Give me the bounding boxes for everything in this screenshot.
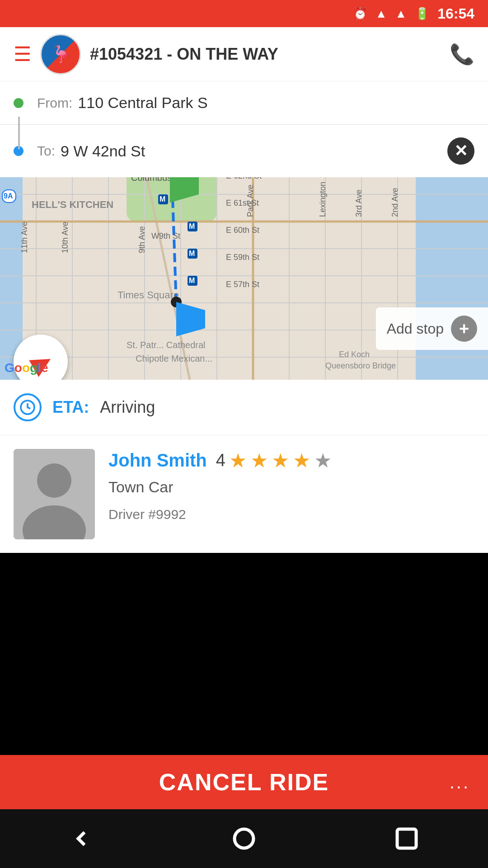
cancel-ride-label: CANCEL RIDE (0, 769, 488, 796)
wifi-icon: ▲ (375, 7, 387, 21)
logo-flamingo-icon: 🦩 (51, 45, 71, 64)
svg-text:HELL'S KITCHEN: HELL'S KITCHEN (32, 199, 113, 210)
driver-info: John Smith 4 ★ ★ ★ ★ ★ Town Car Driver #… (108, 449, 474, 522)
route-container: From: 110 Central Park S To: 9 W 42nd St… (0, 81, 488, 177)
driver-avatar (14, 449, 95, 539)
driver-name-rating-row: John Smith 4 ★ ★ ★ ★ ★ (108, 449, 474, 472)
driver-vehicle: Town Car (108, 478, 474, 496)
alarm-icon: ⏰ (353, 7, 367, 21)
home-button[interactable] (226, 821, 262, 857)
from-label: From: (37, 95, 72, 111)
add-stop-bar: Add stop + (376, 307, 488, 350)
driver-card: John Smith 4 ★ ★ ★ ★ ★ Town Car Driver #… (0, 435, 488, 553)
star-2-icon: ★ (250, 449, 268, 472)
svg-text:11th Ave: 11th Ave (20, 222, 29, 253)
svg-text:E 60th St: E 60th St (226, 226, 259, 235)
cancel-ride-button[interactable]: CANCEL RIDE ... (0, 755, 488, 809)
svg-text:Chipotle Mexican...: Chipotle Mexican... (136, 354, 212, 363)
star-5-icon: ★ (314, 449, 332, 472)
driver-name: John Smith (108, 450, 207, 471)
svg-text:Lexington: Lexington (318, 182, 327, 217)
add-stop-icon: + (459, 320, 469, 337)
svg-text:Queensboro Bridge: Queensboro Bridge (325, 361, 396, 370)
status-bar: ⏰ ▲ ▲ 🔋 16:54 (0, 0, 488, 27)
svg-text:10th Ave: 10th Ave (61, 222, 70, 253)
svg-text:E 57th St: E 57th St (226, 280, 259, 289)
driver-number: Driver #9992 (108, 507, 474, 522)
svg-text:9A: 9A (4, 192, 13, 200)
eta-value: Arriving (100, 398, 155, 417)
app-logo: 🦩 (40, 34, 81, 75)
route-from-row: From: 110 Central Park S (0, 81, 488, 125)
svg-text:M: M (189, 277, 195, 284)
svg-point-72 (235, 829, 253, 848)
svg-rect-73 (397, 829, 416, 848)
eta-row: ETA: Arriving (0, 380, 488, 435)
back-button[interactable] (63, 821, 99, 857)
recent-apps-button[interactable] (389, 821, 425, 857)
svg-text:Park Ave: Park Ave (246, 184, 255, 217)
navigation-bar (0, 809, 488, 868)
app-header: ☰ 🦩 #1054321 - ON THE WAY 📞 (0, 27, 488, 81)
star-3-icon: ★ (272, 449, 289, 472)
ride-status-title: #1054321 - ON THE WAY (90, 45, 441, 64)
star-1-icon: ★ (229, 449, 247, 472)
battery-icon: 🔋 (415, 7, 429, 21)
eta-label: ETA: (52, 398, 89, 417)
signal-icon: ▲ (395, 7, 407, 21)
svg-point-70 (37, 463, 71, 498)
google-logo: Google (5, 361, 48, 375)
driver-rating-number: 4 (216, 451, 225, 470)
svg-text:St. Patr... Cathedral: St. Patr... Cathedral (127, 340, 206, 350)
menu-button[interactable]: ☰ (14, 42, 31, 66)
svg-text:E 59th St: E 59th St (226, 253, 259, 262)
svg-text:M: M (160, 195, 165, 203)
status-time: 16:54 (437, 5, 474, 22)
add-stop-button[interactable]: + (451, 316, 477, 342)
add-stop-label: Add stop (387, 321, 444, 337)
from-address: 110 Central Park S (78, 94, 207, 112)
close-icon: ✕ (454, 142, 468, 160)
phone-button[interactable]: 📞 (450, 42, 474, 66)
clear-destination-button[interactable]: ✕ (447, 137, 474, 165)
svg-text:W9th St: W9th St (151, 231, 180, 241)
route-to-row: To: 9 W 42nd St ✕ (0, 125, 488, 177)
route-from-dot (14, 98, 23, 108)
info-panel: ETA: Arriving John Smith 4 ★ ★ ★ (0, 380, 488, 553)
driver-rating-row: 4 ★ ★ ★ ★ ★ (216, 449, 332, 472)
to-label: To: (37, 143, 55, 159)
svg-text:M: M (189, 222, 195, 230)
clock-icon (14, 393, 42, 421)
more-options-button[interactable]: ... (450, 772, 470, 793)
star-4-icon: ★ (293, 449, 310, 472)
svg-text:9th Ave: 9th Ave (137, 226, 146, 253)
svg-text:Times Square: Times Square (117, 289, 179, 301)
svg-text:M: M (189, 250, 195, 257)
route-connector-line (18, 117, 20, 149)
to-address: 9 W 42nd St (61, 142, 145, 160)
svg-text:2nd Ave: 2nd Ave (390, 188, 399, 217)
svg-text:3rd Ave: 3rd Ave (354, 189, 363, 217)
svg-text:Ed Koch: Ed Koch (339, 350, 370, 359)
